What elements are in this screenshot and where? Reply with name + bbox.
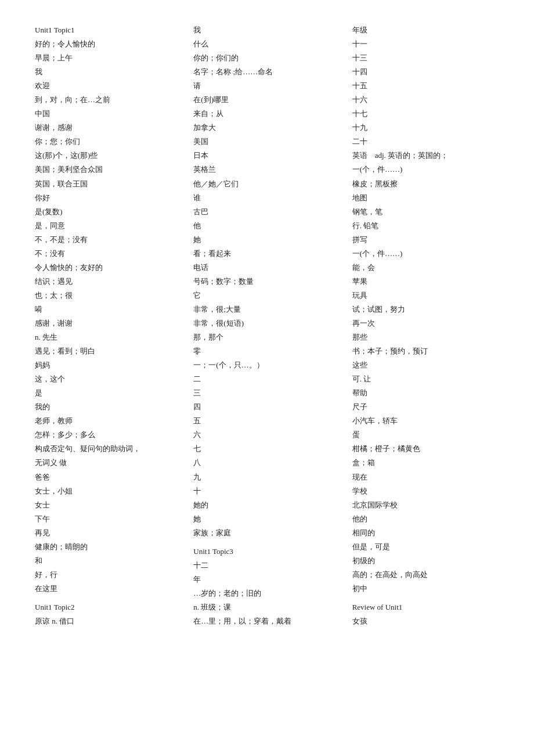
entry-1-37: 再见 bbox=[35, 526, 182, 540]
entry-1-23: n. 先生 bbox=[35, 330, 182, 344]
entry-1-6: 到，对，向；在…之前 bbox=[35, 93, 182, 107]
entry-3-5: 十五 bbox=[352, 79, 499, 93]
column-2: 我什么你的；你们的名字；名称 ;给……命名请在(到)哪里来自；从加拿大美国日本英… bbox=[193, 23, 340, 628]
entry-1-17: 不；没有 bbox=[35, 247, 182, 261]
entry-2-16: 她 bbox=[193, 233, 340, 247]
entry-3-12: 橡皮；黑板擦 bbox=[352, 177, 499, 191]
entry-2-33: 九 bbox=[193, 470, 340, 484]
entry-3-13: 地图 bbox=[352, 191, 499, 205]
entry-3-21: 试；试图，努力 bbox=[352, 303, 499, 316]
entry-2-12: 他／她／它们 bbox=[193, 177, 340, 191]
entry-1-38: 健康的；晴朗的 bbox=[35, 540, 182, 554]
entry-3-15: 行. 铅笔 bbox=[352, 219, 499, 233]
entry-3-18: 能，会 bbox=[352, 261, 499, 275]
entry-2-40: 十二 bbox=[193, 559, 340, 573]
entry-1-10: 这(那)个，这(那)些 bbox=[35, 149, 182, 163]
entry-2-11: 英格兰 bbox=[193, 163, 340, 177]
entry-2-6: 在(到)哪里 bbox=[193, 93, 340, 107]
entry-1-29: 老师，教师 bbox=[35, 414, 182, 428]
entry-2-24: 零 bbox=[193, 344, 340, 358]
entry-1-13: 你好 bbox=[35, 191, 182, 205]
entry-3-30: 蛋 bbox=[352, 428, 499, 442]
entry-2-7: 来自；从 bbox=[193, 107, 340, 121]
entry-2-1: 我 bbox=[193, 23, 340, 37]
entry-3-19: 苹果 bbox=[352, 275, 499, 289]
entry-1-39: 和 bbox=[35, 554, 182, 568]
entry-2-30: 六 bbox=[193, 428, 340, 442]
entry-2-39: Unit1 Topic3 bbox=[193, 545, 340, 559]
entry-1-36: 下午 bbox=[35, 512, 182, 526]
entry-2-44: 在…里；用，以；穿着，戴着 bbox=[193, 614, 340, 628]
entry-2-29: 五 bbox=[193, 414, 340, 428]
entry-2-9: 美国 bbox=[193, 135, 340, 149]
column-3: 年级十一十三十四十五十六十七十九二十英语 adj. 英语的；英国的；一(个，件…… bbox=[352, 23, 499, 628]
entry-1-12: 英国，联合王国 bbox=[35, 177, 182, 191]
entry-1-15: 是，同意 bbox=[35, 219, 182, 233]
entry-3-11: 一(个，件……) bbox=[352, 163, 499, 177]
entry-2-20: 它 bbox=[193, 289, 340, 303]
entry-1-14: 是(复数) bbox=[35, 205, 182, 219]
entry-3-9: 二十 bbox=[352, 135, 499, 149]
entry-3-34: 学校 bbox=[352, 484, 499, 498]
entry-3-14: 钢笔，笔 bbox=[352, 205, 499, 219]
entry-2-2: 什么 bbox=[193, 37, 340, 51]
entry-1-26: 这，这个 bbox=[35, 372, 182, 386]
entry-2-35: 她的 bbox=[193, 498, 340, 512]
entry-1-2: 好的；令人愉快的 bbox=[35, 37, 182, 51]
entry-3-28: 尺子 bbox=[352, 400, 499, 414]
entry-3-35: 北京国际学校 bbox=[352, 498, 499, 512]
entry-2-26: 二 bbox=[193, 372, 340, 386]
entry-2-32: 八 bbox=[193, 456, 340, 470]
entry-1-24: 遇见；看到；明白 bbox=[35, 344, 182, 358]
entry-1-21: 嗬 bbox=[35, 303, 182, 316]
entry-1-30: 怎样；多少；多么 bbox=[35, 428, 182, 442]
entry-1-20: 也；太；很 bbox=[35, 289, 182, 303]
entry-3-40: 高的；在高处，向高处 bbox=[352, 568, 499, 582]
entry-3-26: 可. 让 bbox=[352, 372, 499, 386]
entry-1-27: 是 bbox=[35, 386, 182, 400]
entry-2-10: 日本 bbox=[193, 149, 340, 163]
entry-1-3: 早晨；上午 bbox=[35, 51, 182, 65]
entry-2-42: …岁的；老的；旧的 bbox=[193, 586, 340, 600]
entry-2-23: 那，那个 bbox=[193, 330, 340, 344]
entry-1-25: 妈妈 bbox=[35, 358, 182, 372]
entry-3-31: 柑橘；橙子；橘黄色 bbox=[352, 442, 499, 456]
entry-2-5: 请 bbox=[193, 79, 340, 93]
entry-1-34: 女士，小姐 bbox=[35, 484, 182, 498]
entry-2-21: 非常，很;大量 bbox=[193, 303, 340, 316]
entry-3-36: 他的 bbox=[352, 512, 499, 526]
entry-2-14: 古巴 bbox=[193, 205, 340, 219]
entry-1-5: 欢迎 bbox=[35, 79, 182, 93]
entry-3-17: 一(个，件……) bbox=[352, 247, 499, 261]
entry-2-41: 年 bbox=[193, 573, 340, 586]
entry-2-34: 十 bbox=[193, 484, 340, 498]
entry-3-8: 十九 bbox=[352, 121, 499, 135]
entry-3-25: 这些 bbox=[352, 358, 499, 372]
entry-2-43: n. 班级；课 bbox=[193, 600, 340, 614]
entry-1-32: 无词义 做 bbox=[35, 456, 182, 470]
entry-1-33: 爸爸 bbox=[35, 470, 182, 484]
entry-1-18: 令人愉快的；友好的 bbox=[35, 261, 182, 275]
column-1: Unit1 Topic1好的；令人愉快的早晨；上午我欢迎到，对，向；在…之前中国… bbox=[35, 23, 182, 628]
entry-3-10: 英语 adj. 英语的；英国的； bbox=[352, 149, 499, 163]
entry-1-16: 不，不是；没有 bbox=[35, 233, 182, 247]
entry-2-4: 名字；名称 ;给……命名 bbox=[193, 65, 340, 79]
entry-3-1: 年级 bbox=[352, 23, 499, 37]
entry-2-25: 一；一(个，只…。） bbox=[193, 358, 340, 372]
entry-3-24: 书；本子；预约，预订 bbox=[352, 344, 499, 358]
entry-3-16: 拼写 bbox=[352, 233, 499, 247]
entry-1-9: 你；您；你们 bbox=[35, 135, 182, 149]
entry-2-18: 电话 bbox=[193, 261, 340, 275]
entry-3-43: Review of Unit1 bbox=[352, 600, 499, 614]
entry-2-15: 他 bbox=[193, 219, 340, 233]
entry-1-19: 结识；遇见 bbox=[35, 275, 182, 289]
entry-3-41: 初中 bbox=[352, 582, 499, 596]
entry-2-8: 加拿大 bbox=[193, 121, 340, 135]
entry-3-37: 相同的 bbox=[352, 526, 499, 540]
entry-2-31: 七 bbox=[193, 442, 340, 456]
entry-2-28: 四 bbox=[193, 400, 340, 414]
entry-1-7: 中国 bbox=[35, 107, 182, 121]
entry-3-44: 女孩 bbox=[352, 614, 499, 628]
entry-1-41: 在这里 bbox=[35, 582, 182, 596]
entry-1-31: 构成否定句、疑问句的助动词， bbox=[35, 442, 182, 456]
